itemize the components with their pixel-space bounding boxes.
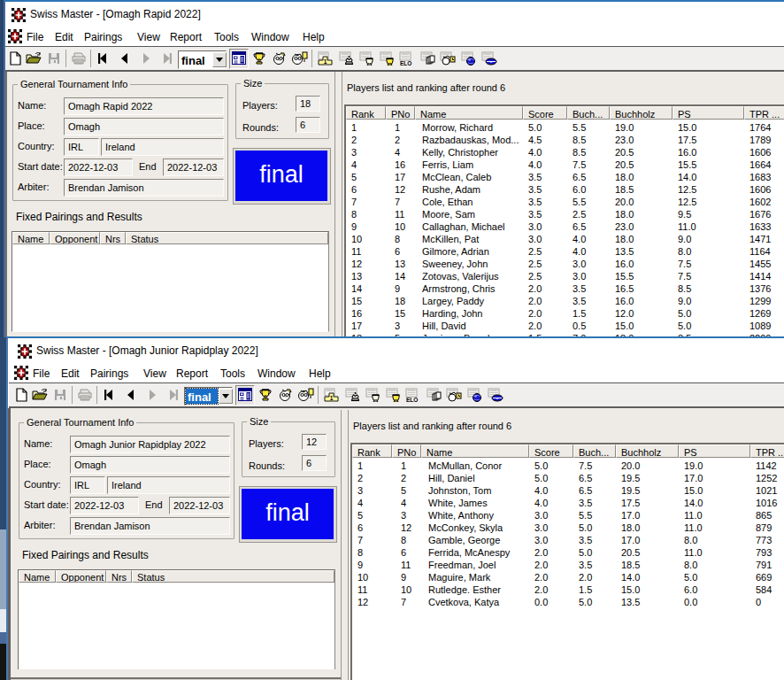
svg-text:1: 1: [324, 58, 327, 65]
svg-text:1: 1: [330, 395, 334, 401]
svg-text:ELO: ELO: [400, 60, 411, 66]
svg-text:ELO: ELO: [406, 397, 418, 403]
